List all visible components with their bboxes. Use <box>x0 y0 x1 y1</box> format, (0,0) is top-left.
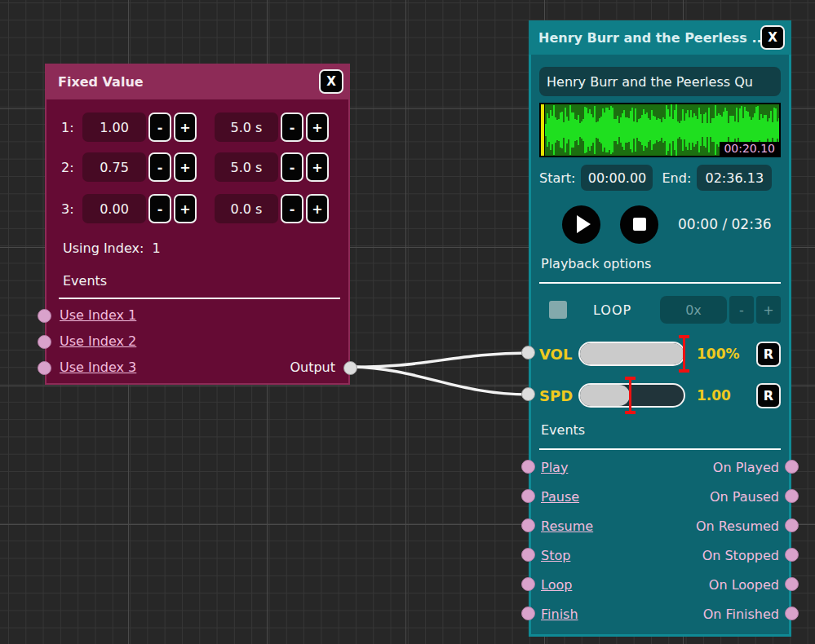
audio-node-title-bar[interactable]: Henry Burr and the Peerless ... X <box>529 20 791 55</box>
volume-label: VOL <box>539 346 578 363</box>
event-row-pause: Pause On Paused <box>541 484 779 509</box>
resume-event-link[interactable]: Resume <box>541 518 593 534</box>
row-index-label: 2: <box>61 160 82 175</box>
events-header: Events <box>63 273 107 289</box>
use-index-1-port[interactable] <box>38 309 51 323</box>
speed-row: SPD 1.00 R <box>539 380 781 411</box>
pause-event-link[interactable]: Pause <box>541 489 579 505</box>
on-stopped-label: On Stopped <box>702 548 779 563</box>
on-looped-label: On Looped <box>709 577 779 593</box>
on-played-output-port[interactable] <box>785 460 799 474</box>
using-index-value: 1 <box>152 240 160 256</box>
playback-time: 00:00 / 02:36 <box>678 216 772 232</box>
waveform-display[interactable]: 00:20.10 <box>539 103 781 157</box>
value-field[interactable]: 0.75 <box>82 152 146 182</box>
events-divider <box>59 298 340 299</box>
event-row-resume: Resume On Resumed <box>541 514 779 538</box>
event-row-stop: Stop On Stopped <box>541 543 779 567</box>
fixed-value-node[interactable]: Fixed Value X 1: 1.00 - + 5.0 s - + 2: 0… <box>45 64 350 385</box>
close-button[interactable]: X <box>319 69 343 94</box>
stop-icon <box>633 218 646 231</box>
loop-event-link[interactable]: Loop <box>541 577 572 593</box>
use-index-1-link[interactable]: Use Index 1 <box>60 307 136 323</box>
speed-wire-marker <box>629 377 631 414</box>
use-index-2-port[interactable] <box>38 335 51 349</box>
value-field[interactable]: 1.00 <box>82 112 146 142</box>
node-editor-canvas[interactable]: { "fixed_value_node": { "title": "Fixed … <box>0 0 815 644</box>
filename-field[interactable]: Henry Burr and the Peerless Qu <box>539 67 781 96</box>
start-time-field[interactable]: 00:00.00 <box>581 165 653 191</box>
events-divider <box>539 448 781 450</box>
pause-input-port[interactable] <box>521 489 535 503</box>
value-increment-button[interactable]: + <box>174 112 197 142</box>
transport-controls: 00:00 / 02:36 <box>539 204 781 245</box>
volume-value: 100% <box>697 346 747 362</box>
value-decrement-button[interactable]: - <box>148 152 171 182</box>
volume-slider-fill <box>580 343 684 364</box>
output-port[interactable] <box>343 361 357 375</box>
using-index-label: Using Index: <box>63 240 144 256</box>
time-increment-button[interactable]: + <box>306 112 329 142</box>
on-paused-output-port[interactable] <box>785 489 799 503</box>
speed-slider[interactable] <box>578 383 685 408</box>
loop-increment-button[interactable]: + <box>756 296 781 324</box>
node-title: Henry Burr and the Peerless ... <box>538 30 760 46</box>
value-field[interactable]: 0.00 <box>82 194 146 223</box>
finish-event-link[interactable]: Finish <box>541 607 578 622</box>
volume-wire-marker <box>683 335 685 373</box>
volume-slider[interactable] <box>578 342 685 366</box>
output-label: Output <box>290 359 335 375</box>
time-decrement-button[interactable]: - <box>281 112 303 142</box>
time-field[interactable]: 0.0 s <box>215 194 278 223</box>
play-input-port[interactable] <box>521 460 535 474</box>
stop-button[interactable] <box>620 205 658 244</box>
fixed-value-title-bar[interactable]: Fixed Value X <box>45 64 350 99</box>
loop-input-port[interactable] <box>521 577 535 591</box>
value-decrement-button[interactable]: - <box>148 194 171 223</box>
close-button[interactable]: X <box>760 25 785 50</box>
value-row-2: 2: 0.75 - + 5.0 s - + <box>61 152 329 182</box>
events-header: Events <box>541 422 585 438</box>
loop-count-field[interactable]: 0x <box>660 296 727 324</box>
finish-input-port[interactable] <box>521 607 535 620</box>
loop-count-spinner: 0x - + <box>660 296 781 324</box>
stop-input-port[interactable] <box>521 548 535 562</box>
on-stopped-output-port[interactable] <box>785 548 799 562</box>
value-decrement-button[interactable]: - <box>148 112 171 142</box>
on-resumed-output-port[interactable] <box>785 518 799 532</box>
on-finished-label: On Finished <box>703 607 779 622</box>
volume-reset-button[interactable]: R <box>756 342 781 367</box>
play-event-link[interactable]: Play <box>541 460 568 475</box>
value-increment-button[interactable]: + <box>174 194 197 223</box>
play-button[interactable] <box>562 205 600 244</box>
resume-input-port[interactable] <box>521 518 535 532</box>
stop-event-link[interactable]: Stop <box>541 548 570 563</box>
speed-input-port[interactable] <box>521 387 535 401</box>
on-finished-output-port[interactable] <box>785 607 799 620</box>
time-field[interactable]: 5.0 s <box>215 112 278 142</box>
use-index-3-port[interactable] <box>38 361 51 375</box>
volume-input-port[interactable] <box>521 346 535 359</box>
loop-decrement-button[interactable]: - <box>729 296 754 324</box>
audio-player-node[interactable]: Henry Burr and the Peerless ... X Henry … <box>529 20 791 637</box>
on-looped-output-port[interactable] <box>785 577 799 591</box>
end-label: End: <box>662 170 691 186</box>
time-increment-button[interactable]: + <box>306 194 329 223</box>
time-field[interactable]: 5.0 s <box>215 152 278 182</box>
speed-reset-button[interactable]: R <box>756 383 781 408</box>
end-time-field[interactable]: 02:36.13 <box>697 165 772 191</box>
time-decrement-button[interactable]: - <box>281 194 303 223</box>
waveform-timestamp: 00:20.10 <box>720 142 779 156</box>
loop-checkbox[interactable] <box>549 301 567 319</box>
on-played-label: On Played <box>713 460 779 475</box>
row-index-label: 3: <box>61 201 82 217</box>
time-decrement-button[interactable]: - <box>281 152 303 182</box>
time-increment-button[interactable]: + <box>306 152 329 182</box>
value-row-1: 1: 1.00 - + 5.0 s - + <box>61 112 329 142</box>
use-index-3-link[interactable]: Use Index 3 <box>60 359 136 375</box>
speed-label: SPD <box>539 387 578 404</box>
on-paused-label: On Paused <box>710 489 779 505</box>
wire-output-to-vol <box>352 353 529 367</box>
use-index-2-link[interactable]: Use Index 2 <box>60 333 136 349</box>
value-increment-button[interactable]: + <box>174 152 197 182</box>
